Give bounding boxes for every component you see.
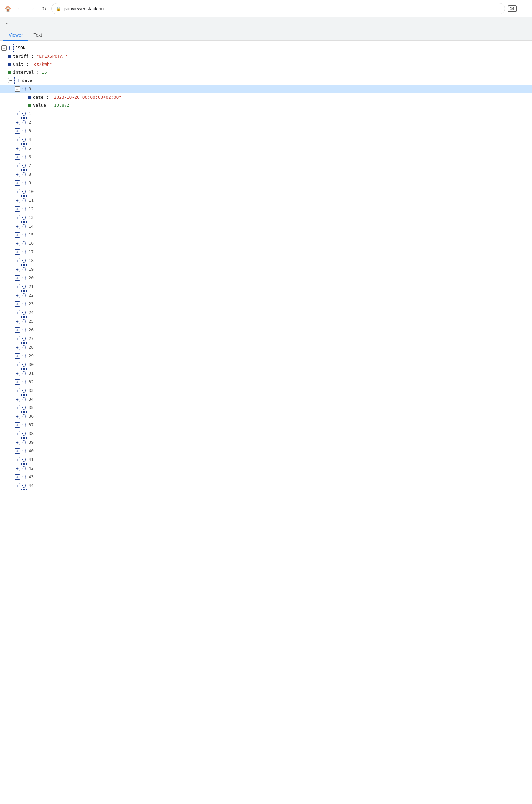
item-25-toggle[interactable]: + xyxy=(15,319,20,324)
home-button[interactable]: 🏠 xyxy=(3,4,13,13)
item-33-toggle[interactable]: + xyxy=(15,388,20,393)
item-21-index: 21 xyxy=(28,283,34,291)
item-20-node: +{}20 xyxy=(0,274,532,282)
item-1-index: 1 xyxy=(28,110,31,117)
item-1-obj-icon: {} xyxy=(21,110,27,118)
item-39-toggle[interactable]: + xyxy=(15,440,20,445)
item-44-toggle[interactable]: + xyxy=(15,483,20,488)
item-2-toggle[interactable]: + xyxy=(15,120,20,125)
item-1-toggle[interactable]: + xyxy=(15,111,20,116)
item-0-toggle[interactable]: − xyxy=(15,87,20,92)
item-40-toggle[interactable]: + xyxy=(15,448,20,454)
item-41-node: +{}41 xyxy=(0,455,532,464)
item-17-index: 17 xyxy=(28,248,34,256)
item-4-toggle[interactable]: + xyxy=(15,137,20,143)
item-29-index: 29 xyxy=(28,352,34,360)
item-14-toggle[interactable]: + xyxy=(15,224,20,229)
item-11-node: +{}11 xyxy=(0,196,532,205)
tab-viewer[interactable]: Viewer xyxy=(3,30,28,41)
data-key: data xyxy=(22,77,32,84)
item-26-toggle[interactable]: + xyxy=(15,327,20,333)
app-tabs: Viewer Text xyxy=(0,28,532,41)
data-toggle[interactable]: − xyxy=(8,78,13,83)
item-43-index: 43 xyxy=(28,473,34,481)
item-19-obj-icon: {} xyxy=(21,265,27,274)
item-32-toggle[interactable]: + xyxy=(15,379,20,385)
item-11-toggle[interactable]: + xyxy=(15,198,20,203)
tab-text[interactable]: Text xyxy=(28,30,48,41)
item-13-index: 13 xyxy=(28,214,34,221)
item-13-toggle[interactable]: + xyxy=(15,215,20,220)
item-25-node: +{}25 xyxy=(0,317,532,326)
item-21-toggle[interactable]: + xyxy=(15,284,20,289)
item-42-index: 42 xyxy=(28,465,34,472)
item-36-toggle[interactable]: + xyxy=(15,414,20,419)
item-27-toggle[interactable]: + xyxy=(15,336,20,341)
item-34-obj-icon: {} xyxy=(21,395,27,403)
item-15-toggle[interactable]: + xyxy=(15,232,20,238)
item-13-node: +{}13 xyxy=(0,213,532,222)
item-25-obj-icon: {} xyxy=(21,317,27,325)
item-28-toggle[interactable]: + xyxy=(15,344,20,350)
item-24-node: +{}24 xyxy=(0,308,532,317)
item-26-index: 26 xyxy=(28,326,34,334)
item-24-toggle[interactable]: + xyxy=(15,310,20,315)
item-0-node: − {} 0 xyxy=(0,85,532,93)
reload-button[interactable]: ↻ xyxy=(39,4,49,13)
forward-button[interactable]: → xyxy=(27,4,37,13)
item-8-toggle[interactable]: + xyxy=(15,172,20,177)
item-30-node: +{}30 xyxy=(0,360,532,369)
url-text: jsonviewer.stack.hu xyxy=(63,6,501,11)
item-21-obj-icon: {} xyxy=(21,283,27,291)
item-43-toggle[interactable]: + xyxy=(15,474,20,480)
item-5-index: 5 xyxy=(28,145,31,152)
item-31-toggle[interactable]: + xyxy=(15,371,20,376)
item-37-toggle[interactable]: + xyxy=(15,423,20,428)
item-22-toggle[interactable]: + xyxy=(15,293,20,298)
item-5-node: +{}5 xyxy=(0,144,532,153)
item-39-obj-icon: {} xyxy=(21,438,27,446)
item-28-obj-icon: {} xyxy=(21,343,27,351)
tab-bar: ⌄ xyxy=(0,17,532,28)
item-38-toggle[interactable]: + xyxy=(15,431,20,436)
menu-button[interactable]: ⋮ xyxy=(519,4,529,13)
item-11-index: 11 xyxy=(28,197,34,204)
item-20-toggle[interactable]: + xyxy=(15,276,20,281)
tariff-val: "EPEXSPOTAT" xyxy=(36,53,68,60)
item-32-node: +{}32 xyxy=(0,377,532,386)
item-9-obj-icon: {} xyxy=(21,179,27,187)
item-7-toggle[interactable]: + xyxy=(15,163,20,168)
item-42-toggle[interactable]: + xyxy=(15,466,20,471)
item-6-index: 6 xyxy=(28,153,31,161)
address-bar[interactable]: 🔒 jsonviewer.stack.hu xyxy=(51,3,505,14)
item-29-toggle[interactable]: + xyxy=(15,353,20,359)
json-viewer: − {} JSON tariff : "EPEXSPOTAT" unit : "… xyxy=(0,41,532,493)
item-34-toggle[interactable]: + xyxy=(15,396,20,402)
root-toggle[interactable]: − xyxy=(1,45,7,51)
item-3-toggle[interactable]: + xyxy=(15,128,20,134)
item-17-toggle[interactable]: + xyxy=(15,249,20,255)
item-8-index: 8 xyxy=(28,171,31,178)
item-36-obj-icon: {} xyxy=(21,412,27,420)
tab-dropdown[interactable]: ⌄ xyxy=(3,17,11,28)
data-arr-icon: [] xyxy=(14,76,20,85)
item-10-toggle[interactable]: + xyxy=(15,189,20,194)
item-6-toggle[interactable]: + xyxy=(15,154,20,160)
item-5-toggle[interactable]: + xyxy=(15,146,20,151)
item-0-index: 0 xyxy=(28,86,31,93)
item-24-obj-icon: {} xyxy=(21,309,27,317)
item-41-toggle[interactable]: + xyxy=(15,457,20,462)
item-40-obj-icon: {} xyxy=(21,447,27,455)
item-23-toggle[interactable]: + xyxy=(15,301,20,307)
item-19-toggle[interactable]: + xyxy=(15,267,20,272)
item-30-toggle[interactable]: + xyxy=(15,362,20,367)
item-12-toggle[interactable]: + xyxy=(15,206,20,211)
item-36-index: 36 xyxy=(28,413,34,420)
back-button[interactable]: ← xyxy=(15,4,25,13)
item-9-toggle[interactable]: + xyxy=(15,180,20,186)
lock-icon: 🔒 xyxy=(56,6,61,11)
item-16-toggle[interactable]: + xyxy=(15,241,20,246)
item-35-toggle[interactable]: + xyxy=(15,405,20,410)
unit-node: unit : "ct/kWh" xyxy=(0,60,532,68)
item-18-toggle[interactable]: + xyxy=(15,258,20,263)
